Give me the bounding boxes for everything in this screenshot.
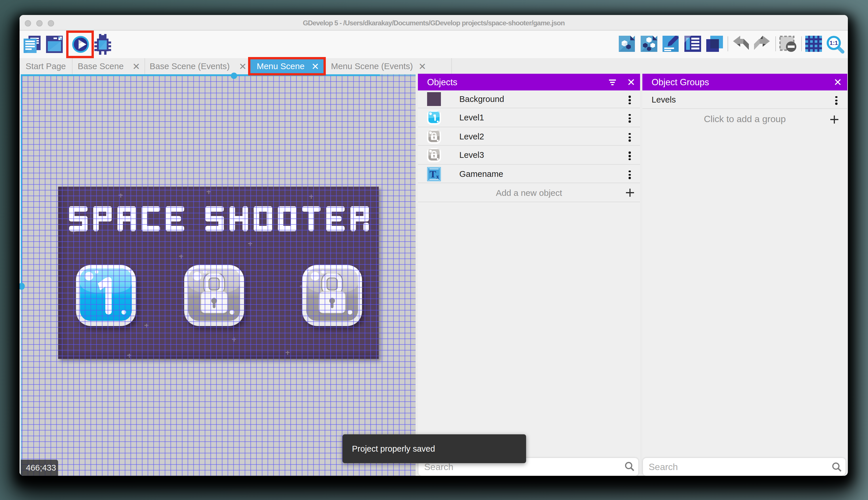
svg-text:x: x [436, 173, 439, 180]
svg-text:1:1: 1:1 [830, 40, 838, 46]
svg-text:T: T [430, 169, 436, 179]
